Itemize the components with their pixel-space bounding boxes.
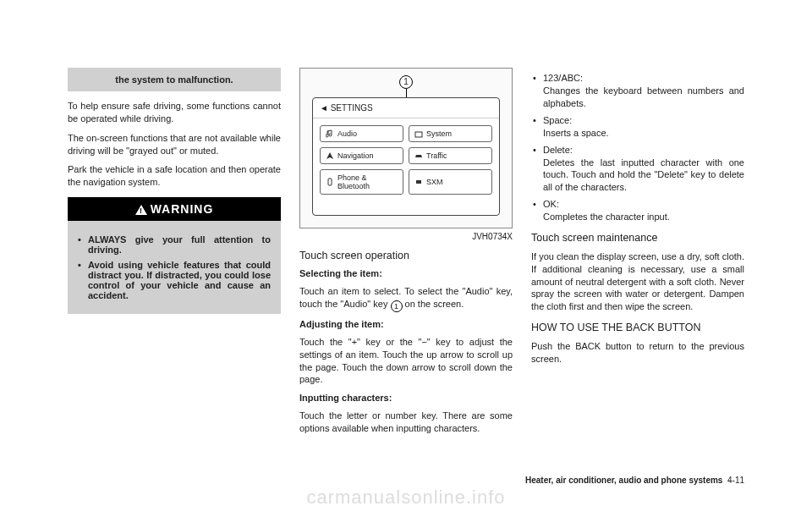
text-span: on the screen. <box>403 299 464 309</box>
arrow-icon <box>326 151 334 160</box>
subsection-heading: Touch screen operation <box>299 250 513 261</box>
settings-figure: 1 SETTINGS Audio System Navigation Traff… <box>299 68 513 228</box>
callout-marker: 1 <box>399 75 413 89</box>
screen-button-phone: Phone & Bluetooth <box>320 169 403 195</box>
item-desc: Deletes the last inputted character with… <box>543 157 744 195</box>
screen-button-label: Traffic <box>426 151 447 160</box>
list-item: 123/ABC:Changes the keyboard between num… <box>531 73 744 110</box>
item-label: Delete: <box>543 145 744 155</box>
body-text: Touch the letter or number key. There ar… <box>299 410 513 435</box>
paragraph-heading: Adjusting the item: <box>299 319 513 329</box>
body-text: Push the BACK button to return to the pr… <box>531 340 744 366</box>
item-desc: Changes the keyboard between numbers and… <box>543 85 744 110</box>
paragraph-heading: Selecting the item: <box>299 268 513 278</box>
screen-mock: SETTINGS Audio System Navigation Traffic… <box>312 97 500 216</box>
screen-button-label: SXM <box>426 178 443 186</box>
footer-section: Heater, air conditioner, audio and phone… <box>525 476 722 485</box>
item-desc: Inserts a space. <box>543 127 744 140</box>
list-item: Space:Inserts a space. <box>531 115 744 140</box>
svg-rect-1 <box>415 132 422 137</box>
body-text: Touch the "+" key or the "−" key to adju… <box>299 336 513 386</box>
folder-icon <box>414 129 423 138</box>
phone-icon <box>326 178 334 186</box>
item-label: 123/ABC: <box>543 73 744 83</box>
column-middle: 1 SETTINGS Audio System Navigation Traff… <box>299 68 513 442</box>
options-list: 123/ABC:Changes the keyboard between num… <box>531 73 744 223</box>
item-desc: Completes the character input. <box>543 211 744 223</box>
svg-rect-2 <box>328 179 332 185</box>
list-item: OK:Completes the character input. <box>531 199 744 223</box>
body-text: To help ensure safe driving, some functi… <box>68 100 281 125</box>
warning-item: Avoid using vehicle features that could … <box>78 260 271 300</box>
screen-title: SETTINGS <box>313 98 499 118</box>
note-icon <box>326 129 334 138</box>
column-right: 123/ABC:Changes the keyboard between num… <box>531 68 744 442</box>
warning-icon: ! <box>135 205 147 215</box>
screen-button-traffic: Traffic <box>409 147 492 164</box>
sxm-icon <box>414 178 423 186</box>
item-label: Space: <box>543 115 744 125</box>
page: the system to malfunction. To help ensur… <box>0 0 812 467</box>
item-label: OK: <box>543 199 744 209</box>
warning-heading: !WARNING <box>68 197 281 221</box>
screen-button-label: Audio <box>337 129 357 138</box>
watermark: carmanualsonline.info <box>0 487 812 509</box>
svg-text:!: ! <box>140 206 143 215</box>
body-text: The on-screen functions that are not ava… <box>68 132 281 157</box>
subsection-heading: Touch screen maintenance <box>531 232 744 244</box>
body-text: If you clean the display screen, use a d… <box>531 250 744 313</box>
screen-grid: Audio System Navigation Traffic Phone & … <box>313 118 499 201</box>
caution-continuation: the system to malfunction. <box>68 68 281 91</box>
warning-item: ALWAYS give your full attention to drivi… <box>78 234 271 255</box>
warning-body: ALWAYS give your full attention to drivi… <box>68 221 281 314</box>
screen-button-navigation: Navigation <box>320 147 403 164</box>
section-heading: HOW TO USE THE BACK BUTTON <box>531 322 744 333</box>
car-icon <box>414 151 423 160</box>
footer-page: 4-11 <box>727 476 744 485</box>
body-text: Touch an item to select. To select the "… <box>299 285 513 312</box>
body-text: Park the vehicle in a safe location and … <box>68 163 281 189</box>
page-footer: Heater, air conditioner, audio and phone… <box>525 476 744 485</box>
screen-button-system: System <box>409 125 492 142</box>
screen-button-label: Phone & Bluetooth <box>337 173 398 190</box>
inline-callout-marker: 1 <box>391 300 403 312</box>
svg-rect-3 <box>416 180 421 184</box>
column-left: the system to malfunction. To help ensur… <box>68 68 281 442</box>
paragraph-heading: Inputting characters: <box>299 393 513 403</box>
screen-button-audio: Audio <box>320 125 403 142</box>
list-item: Delete:Deletes the last inputted charact… <box>531 145 744 195</box>
screen-button-label: Navigation <box>337 151 374 160</box>
screen-button-sxm: SXM <box>409 169 492 195</box>
screen-button-label: System <box>426 129 452 138</box>
figure-caption: JVH0734X <box>299 232 513 241</box>
warning-label: WARNING <box>151 202 214 216</box>
